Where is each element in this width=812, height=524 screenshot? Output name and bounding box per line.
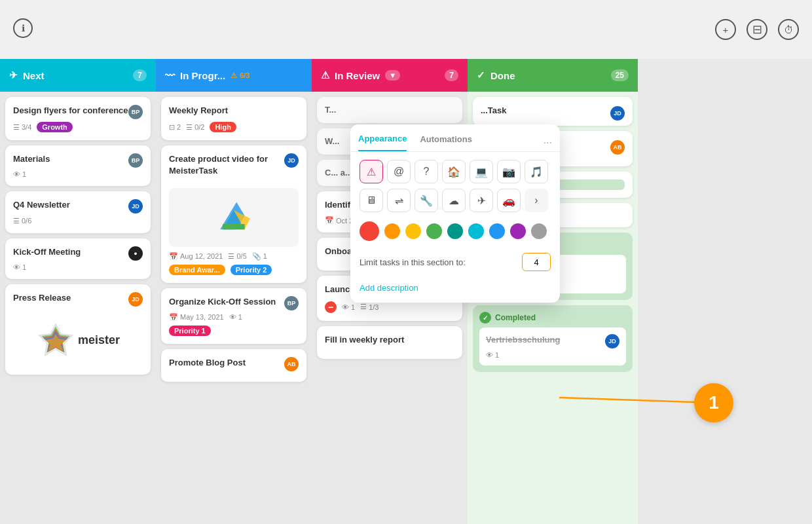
avatar: BP (128, 153, 143, 168)
vertrieb-card[interactable]: Vertriebsschulung JD 👁 1 (479, 328, 626, 365)
avatar: ● (128, 246, 143, 261)
camera-icon-btn[interactable]: 📷 (497, 160, 521, 183)
color-red[interactable] (360, 221, 379, 241)
press-release-card[interactable]: Press Release JD meister meister (5, 284, 151, 375)
checklist-meta: ☰ 0/6 (13, 217, 31, 225)
task-card[interactable]: ...Task JD (473, 97, 633, 126)
checklist-meta: 👁 1 (13, 263, 26, 271)
task-meta: 📅 May 13, 2021 👁 1 (169, 313, 299, 322)
add-description-section: Add description (350, 278, 560, 303)
more-icons-btn[interactable]: › (525, 189, 548, 212)
tab-appearance[interactable]: Appearance (358, 134, 407, 151)
task-title: Q4 Newsletter (13, 199, 70, 211)
task-title: Promote Blog Post (169, 357, 246, 369)
wrench-icon-btn[interactable]: 🔧 (415, 189, 438, 212)
task-card[interactable]: Materials BP 👁 1 (5, 145, 151, 186)
task-card[interactable]: T... (317, 97, 462, 123)
task-card[interactable]: Q4 Newsletter JD ☰ 0/6 (5, 191, 151, 233)
subtask-meta: ⊡ 2 (169, 123, 181, 132)
checklist-meta: ☰ 0/2 (186, 123, 204, 132)
warning-icon: ⚠ (231, 71, 237, 80)
task-meta: 👁 1 (486, 351, 619, 359)
color-green[interactable] (426, 223, 442, 239)
checklist-meta: ☰ 1/3 (360, 303, 378, 311)
avatar: JD (128, 292, 143, 307)
gdrive-icon: Drive (217, 199, 250, 235)
limit-label: Limit tasks in this section to: (360, 257, 515, 267)
info-icon-wrapper[interactable]: ℹ (13, 18, 33, 38)
column-next-header: ✈ Next 7 (0, 59, 156, 92)
icon-grid-row2: 🖥 ⇌ 🔧 ☁ ✈ 🚗 › (350, 186, 560, 215)
checklist-meta: ☰ 3/4 (13, 123, 31, 132)
done-icon: ✓ (477, 69, 485, 81)
add-description-link[interactable]: Add description (360, 283, 418, 293)
color-orange[interactable] (384, 223, 400, 239)
avatar: JD (605, 334, 619, 348)
more-options-icon[interactable]: ··· (544, 137, 552, 149)
question-icon-btn[interactable]: ? (415, 160, 438, 183)
monitor-icon-btn[interactable]: 💻 (470, 160, 493, 183)
at-icon-btn[interactable]: @ (387, 160, 411, 183)
task-title: Vertriebsschulung (486, 334, 560, 346)
screen-icon-btn[interactable]: 🖥 (360, 189, 383, 212)
inreview-icon: ⚠ (321, 69, 329, 81)
avatar: AB (610, 140, 625, 155)
home-icon-btn[interactable]: 🏠 (442, 160, 466, 183)
priority2-tag: Priority 2 (231, 265, 272, 275)
task-title: Press Release (13, 292, 71, 304)
limit-input[interactable] (522, 253, 551, 271)
color-teal[interactable] (447, 223, 463, 239)
info-icon[interactable]: ℹ (13, 18, 33, 38)
task-card-kickoff[interactable]: Organize Kick-Off Session BP 📅 May 13, 2… (161, 288, 306, 344)
checklist-meta: ☰ 0/5 (228, 252, 246, 261)
column-inreview-label: In Review (335, 70, 380, 81)
inprog-icon: 〰 (165, 70, 175, 81)
task-title: Kick-Off Meeting (13, 246, 81, 258)
music-icon-btn[interactable]: 🎵 (525, 160, 548, 183)
meister-star-icon: meister (36, 321, 75, 360)
high-tag: High (210, 122, 236, 132)
cloud-icon-btn[interactable]: ☁ (442, 189, 466, 212)
chevron-down-icon[interactable]: ▼ (385, 70, 400, 81)
color-grey[interactable] (531, 223, 547, 239)
task-card-product-video[interactable]: Create product video for MeisterTask JD … (161, 145, 306, 282)
subtask-meta: 👁 1 (342, 303, 355, 311)
next-icon: ✈ (9, 69, 18, 81)
column-next: ✈ Next 7 Design flyers for conference BP… (0, 59, 156, 524)
share-icon-btn[interactable]: ⇌ (387, 189, 411, 212)
task-title: Fill in weekly report (325, 334, 454, 346)
task-card[interactable]: Design flyers for conference BP ☰ 3/4 Gr… (5, 97, 151, 140)
task-meta: ⊡ 2 ☰ 0/2 High (169, 122, 299, 132)
inprogress-column-body: Weekly Report ⊡ 2 ☰ 0/2 High Create prod… (156, 92, 312, 524)
top-bar: ℹ + ⊟ ⏱ (0, 0, 812, 59)
limit-tasks-row: Limit tasks in this section to: (350, 246, 560, 278)
checklist-meta: 👁 1 (13, 170, 26, 178)
task-card[interactable]: Kick-Off Meeting ● 👁 1 (5, 238, 151, 279)
date-meta: 📅 May 13, 2021 (169, 313, 224, 322)
tab-automations[interactable]: Automations (420, 134, 471, 151)
color-cyan[interactable] (468, 223, 484, 239)
red-minus-icon: − (325, 301, 337, 313)
task-card-weekly-report-fill[interactable]: Fill in weekly report (317, 326, 462, 359)
popup-tabs: Appearance Automations ··· (350, 124, 560, 152)
timer-button[interactable]: ⏱ (778, 19, 799, 40)
filter-button[interactable]: ⊟ (747, 19, 767, 40)
brand-tag: Brand Awar... (169, 265, 225, 275)
plane-icon-btn[interactable]: ✈ (470, 189, 493, 212)
alert-icon-btn[interactable]: ⚠ (360, 160, 383, 183)
checklist-meta: 👁 1 (229, 313, 242, 321)
avatar: AB (284, 357, 299, 371)
column-inprogress-header: 〰 In Progr... ⚠ 6/3 (156, 59, 312, 92)
car-icon-btn[interactable]: 🚗 (497, 189, 521, 212)
color-yellow[interactable] (405, 223, 421, 239)
date-meta: 📅 Aug 12, 2021 (169, 252, 223, 261)
color-blue[interactable] (489, 223, 505, 239)
task-meta: 📅 Aug 12, 2021 ☰ 0/5 📎 1 (169, 252, 299, 261)
task-title: T... (325, 105, 454, 115)
add-button[interactable]: + (715, 19, 736, 40)
task-meta: ☰ 3/4 Growth (13, 122, 143, 132)
color-purple[interactable] (510, 223, 526, 239)
task-card-weekly-report[interactable]: Weekly Report ⊡ 2 ☰ 0/2 High (161, 97, 306, 140)
task-card-promote[interactable]: Promote Blog Post AB (161, 349, 306, 382)
task-meta: 👁 1 (13, 263, 143, 271)
